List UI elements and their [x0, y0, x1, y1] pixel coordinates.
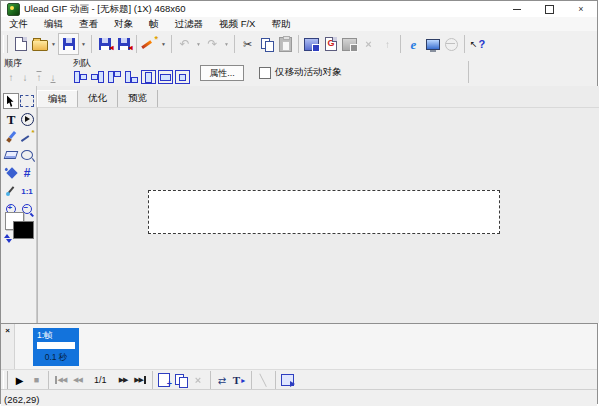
move-active-only-checkbox[interactable]: [259, 67, 271, 79]
eraser-icon: [4, 151, 19, 159]
crop-tool[interactable]: #: [19, 165, 35, 181]
eyedropper-tool[interactable]: [3, 183, 19, 199]
center-both-button[interactable]: [175, 70, 190, 84]
align-left-button[interactable]: [73, 70, 88, 84]
add-video-icon: ◂: [118, 38, 130, 50]
open-dropdown[interactable]: ▼: [49, 34, 58, 54]
save-frame-button[interactable]: [302, 34, 321, 54]
preview-monitor-button[interactable]: [423, 34, 442, 54]
copy-button[interactable]: [257, 34, 276, 54]
add-video-button[interactable]: ◂: [114, 34, 133, 54]
center-vertical-button[interactable]: [158, 70, 173, 84]
lasso-icon: [21, 150, 33, 160]
menu-help[interactable]: 帮助: [263, 17, 298, 31]
web-button[interactable]: [442, 34, 461, 54]
minimize-button[interactable]: [501, 1, 533, 17]
maximize-button[interactable]: [533, 1, 565, 17]
menu-view[interactable]: 查看: [71, 17, 106, 31]
toolbar-separator: [136, 35, 137, 53]
brush-tool[interactable]: [3, 129, 19, 145]
lasso-tool[interactable]: [19, 147, 35, 163]
redo-button[interactable]: ↷: [203, 34, 222, 54]
export-frame-button[interactable]: [279, 372, 296, 388]
frame-panel: × 1:帧 0.1 秒: [1, 323, 597, 370]
new-button[interactable]: [11, 34, 30, 54]
app-window: Ulead GIF 动画 - [无标题] (1X) 468x60 × 文件 编辑…: [0, 0, 598, 404]
menu-file[interactable]: 文件: [1, 17, 36, 31]
banner-text-button[interactable]: T▸: [231, 372, 248, 388]
reverse-frames-button[interactable]: ⇄: [214, 372, 231, 388]
swap-colors-icon[interactable]: [3, 234, 12, 243]
optimize-button[interactable]: G: [321, 34, 340, 54]
frame-page-indicator: 1/1: [94, 375, 107, 385]
frame-panel-handle[interactable]: ×: [1, 324, 15, 370]
wizard-dropdown[interactable]: ▼: [159, 34, 168, 54]
move-to-bottom-button[interactable]: ↓: [46, 70, 60, 85]
open-button[interactable]: [30, 34, 49, 54]
playbar-grip[interactable]: [3, 371, 8, 389]
menu-object[interactable]: 对象: [106, 17, 141, 31]
redo-dropdown[interactable]: ▼: [222, 34, 231, 54]
close-button[interactable]: ×: [565, 1, 597, 17]
menu-edit[interactable]: 编辑: [36, 17, 71, 31]
disable-onion-skin-button[interactable]: ╲: [255, 372, 272, 388]
next-frame-button[interactable]: ▶▶: [115, 372, 132, 388]
upload-button[interactable]: ↑: [378, 34, 397, 54]
redo-icon: ↷: [207, 37, 217, 51]
move-down-button[interactable]: ↓: [18, 70, 32, 85]
magic-wand-tool[interactable]: *: [19, 129, 35, 145]
menu-video-fx[interactable]: 视频 F/X: [211, 17, 263, 31]
first-frame-icon: ◀◀: [55, 376, 67, 384]
eraser-tool[interactable]: [3, 147, 19, 163]
save-dropdown[interactable]: ▼: [79, 34, 88, 54]
add-image-button[interactable]: ◂: [95, 34, 114, 54]
tab-optimize[interactable]: 优化: [78, 90, 118, 107]
frame-thumbnail-1[interactable]: 1:帧 0.1 秒: [33, 328, 79, 366]
shape-select-tool[interactable]: [19, 111, 35, 127]
last-frame-button[interactable]: ▶▶: [132, 372, 149, 388]
marquee-select-tool[interactable]: [19, 93, 35, 109]
menu-frame[interactable]: 帧: [141, 17, 167, 31]
preview-in-browser-button[interactable]: e: [404, 34, 423, 54]
stop-button[interactable]: ■: [28, 372, 45, 388]
selection-tool[interactable]: [3, 93, 19, 109]
align-bottom-button[interactable]: [124, 70, 139, 84]
move-to-top-button[interactable]: ↑: [32, 70, 46, 85]
frame-panel-close-icon[interactable]: ×: [3, 326, 12, 335]
first-frame-button[interactable]: ◀◀: [52, 372, 69, 388]
play-button[interactable]: ▶: [11, 372, 28, 388]
banner-arrow-icon: ▸: [241, 376, 245, 385]
mode-tabs: 编辑 优化 预览: [37, 90, 599, 108]
align-right-button[interactable]: [90, 70, 105, 84]
save-button[interactable]: [58, 33, 79, 55]
move-up-button[interactable]: ↑: [4, 70, 18, 85]
text-t-icon: T: [7, 113, 16, 126]
align-top-button[interactable]: [107, 70, 122, 84]
delete-object-button[interactable]: ×: [359, 34, 378, 54]
window-title: Ulead GIF 动画 - [无标题] (1X) 468x60: [24, 3, 186, 16]
previous-frame-button[interactable]: ◀◀: [69, 372, 86, 388]
paste-button[interactable]: [276, 34, 295, 54]
context-help-button[interactable]: ↖?: [468, 34, 487, 54]
wizard-button[interactable]: *: [140, 34, 159, 54]
edit-tab-content: [37, 107, 599, 323]
delete-frame-button[interactable]: ×: [190, 372, 207, 388]
cut-button[interactable]: ✂: [238, 34, 257, 54]
export-frames-button[interactable]: [340, 34, 359, 54]
tab-edit[interactable]: 编辑: [37, 90, 78, 108]
actual-size-tool[interactable]: 1:1: [19, 183, 35, 199]
center-horizontal-button[interactable]: [141, 70, 156, 84]
fill-tool[interactable]: [3, 165, 19, 181]
add-frame-button[interactable]: +: [156, 372, 173, 388]
undo-dropdown[interactable]: ▼: [194, 34, 203, 54]
duplicate-frame-button[interactable]: [173, 372, 190, 388]
properties-button[interactable]: 属性...: [200, 65, 244, 81]
help-question-icon: ?: [478, 38, 485, 50]
text-tool[interactable]: T: [3, 111, 19, 127]
background-color-swatch[interactable]: [13, 221, 34, 239]
animation-canvas[interactable]: [148, 190, 500, 234]
undo-button[interactable]: ↶: [175, 34, 194, 54]
menu-filters[interactable]: 过滤器: [167, 17, 212, 31]
toolbar-grip[interactable]: [3, 35, 8, 53]
tab-preview[interactable]: 预览: [118, 90, 158, 107]
